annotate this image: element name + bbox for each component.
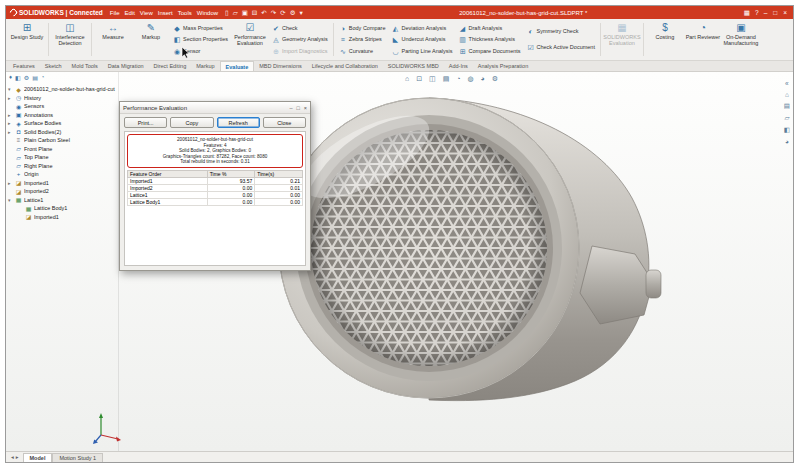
curvature-button[interactable]: ∿Curvature (337, 48, 388, 55)
table-row[interactable]: Lattice Body10.000.00 (128, 198, 303, 205)
tree-item-history[interactable]: ▸◷History (8, 94, 118, 103)
tree-item-solid-bodies-2[interactable]: ▸◘Solid Bodies(2) (8, 128, 118, 137)
save-icon[interactable]: ▣ (242, 6, 248, 19)
on-demand-manufacturing-button[interactable]: ▣On-Demand Manufacturing (723, 20, 759, 59)
undo-icon[interactable]: ↶ (261, 6, 266, 19)
table-row[interactable]: Imported20.000.01 (128, 184, 303, 191)
thickness-analysis-button[interactable]: ▥Thickness Analysis (457, 36, 523, 43)
geometry-analysis-button[interactable]: ◬Geometry Analysis (270, 36, 330, 43)
design-library-icon[interactable]: ▤ (784, 102, 790, 110)
costing-button[interactable]: $Costing (647, 20, 683, 59)
edit-appearance-icon[interactable]: ◕ (481, 75, 485, 83)
tab-features[interactable]: Features (8, 61, 40, 71)
displaymanager-tab-icon[interactable]: ◔ (41, 74, 45, 81)
tree-item-front-plane[interactable]: ▱Front Plane (8, 145, 118, 154)
check-active-document-button[interactable]: ☑Check Active Document (525, 44, 597, 51)
view-orientation-icon[interactable]: ▤ (443, 75, 450, 83)
dropdown-icon[interactable]: ▾ (299, 6, 302, 19)
compare-documents-button[interactable]: ⊞Compare Documents (457, 48, 523, 55)
hide-show-items-icon[interactable]: ◍ (467, 75, 473, 83)
tree-item-plain-carbon-steel[interactable]: ≡Plain Carbon Steel (8, 136, 118, 145)
appearances-icon[interactable]: ◕ (785, 138, 789, 145)
tree-item-imported1[interactable]: ▸◪Imported1 (8, 179, 118, 188)
help-icon[interactable]: ? (755, 9, 759, 17)
dialog-minimize-icon[interactable]: – (289, 105, 292, 111)
zebra-stripes-button[interactable]: ≡Zebra Stripes (337, 36, 388, 43)
configurations-tab-icon[interactable]: ⚙ (24, 74, 29, 81)
interference-detection-button[interactable]: ◫Interference Detection (52, 20, 88, 59)
expand-arrow-icon[interactable]: ▸ (8, 129, 13, 135)
draft-analysis-button[interactable]: ◢Draft Analysis (457, 25, 523, 32)
display-style-icon[interactable]: ◔ (456, 75, 460, 83)
expand-arrow-icon[interactable]: ▸ (8, 95, 13, 101)
tree-item-top-plane[interactable]: ▱Top Plane (8, 153, 118, 162)
copy-button[interactable]: Copy (170, 117, 213, 128)
tree-item-annotations[interactable]: ▸▣Annotations (8, 111, 118, 120)
tab-lifecycle-and-collaboration[interactable]: Lifecycle and Collaboration (307, 61, 383, 71)
tab-data-migration[interactable]: Data Migration (103, 61, 149, 71)
expand-arrow-icon[interactable]: ▸ (8, 112, 13, 118)
print-button[interactable]: Print... (124, 117, 167, 128)
tab-direct-editing[interactable]: Direct Editing (149, 61, 192, 71)
dialog-titlebar[interactable]: Performance Evaluation –□× (120, 102, 310, 114)
propertymanager-tab-icon[interactable]: ◧ (15, 74, 21, 81)
tab-evaluate[interactable]: Evaluate (220, 61, 255, 71)
zoom-area-icon[interactable]: ⊡ (416, 75, 422, 83)
maximize-button[interactable]: □ (773, 9, 777, 16)
options-icon[interactable]: ⚙ (290, 6, 296, 19)
close-button[interactable]: Close (263, 117, 306, 128)
collapse-taskpane-icon[interactable]: « (785, 80, 789, 87)
tree-item-surface-bodies[interactable]: ▸◈Surface Bodies (8, 119, 118, 128)
tab-mbd-dimensions[interactable]: MBD Dimensions (254, 61, 306, 71)
dialog-maximize-icon[interactable]: □ (296, 105, 299, 111)
markup-button[interactable]: ✎Markup (133, 20, 169, 59)
table-row[interactable]: Lattice10.000.00 (128, 191, 303, 198)
tab-mold-tools[interactable]: Mold Tools (67, 61, 103, 71)
design-study-button[interactable]: ⊞Design Study (9, 20, 45, 59)
menu-insert[interactable]: Insert (156, 10, 175, 16)
undercut-analysis-button[interactable]: ◣Undercut Analysis (390, 36, 455, 43)
tab-add-ins[interactable]: Add-Ins (444, 61, 473, 71)
check-button[interactable]: ✔Check (270, 25, 330, 32)
menu-edit[interactable]: Edit (122, 10, 136, 16)
tab-motion-study-1[interactable]: Motion Study 1 (52, 453, 103, 462)
tab-analysis-preparation[interactable]: Analysis Preparation (473, 61, 533, 71)
table-row[interactable]: Imported193.570.21 (128, 177, 303, 184)
zoom-fit-icon[interactable]: ⌂ (405, 75, 409, 83)
tab-scroll-right-icon[interactable]: ▸ (16, 454, 19, 460)
sensor-button[interactable]: ◉Sensor (171, 48, 230, 55)
new-document-icon[interactable]: ▯ (225, 6, 229, 19)
dialog-close-icon[interactable]: × (304, 105, 307, 111)
close-button[interactable]: × (783, 9, 787, 16)
tab-sketch[interactable]: Sketch (40, 61, 67, 71)
model-3d-part[interactable] (257, 77, 661, 420)
menu-window[interactable]: Window (195, 10, 220, 16)
tree-item-right-plane[interactable]: ▱Right Plane (8, 162, 118, 171)
tab-solidworks-mbd[interactable]: SOLIDWORKS MBD (383, 61, 444, 71)
featuremanager-tab-icon[interactable]: ♦ (9, 74, 12, 81)
minimize-button[interactable]: – (764, 9, 768, 16)
redo-icon[interactable]: ↷ (271, 6, 276, 19)
expand-arrow-icon[interactable]: ▾ (8, 197, 13, 203)
section-properties-button[interactable]: ◧Section Properties (171, 36, 230, 43)
menu-file[interactable]: File (108, 10, 122, 16)
performance-evaluation-button[interactable]: ☑Performance Evaluation (232, 20, 268, 59)
tree-item-sensors[interactable]: ◉Sensors (8, 102, 118, 111)
view-settings-icon[interactable]: ⚙ (492, 75, 498, 83)
symmetry-check-button[interactable]: ◐Symmetry Check (525, 28, 597, 35)
expand-arrow-icon[interactable]: ▸ (8, 120, 13, 126)
menu-tools[interactable]: Tools (176, 10, 194, 16)
expand-arrow-icon[interactable]: ▸ (8, 180, 13, 186)
tree-item-lattice-body1[interactable]: ▦Lattice Body1 (8, 204, 118, 213)
mass-properties-button[interactable]: ◆Mass Properties (171, 25, 230, 32)
tab-model[interactable]: Model (23, 453, 53, 462)
expand-arrow-icon[interactable]: ▾ (8, 86, 13, 92)
dimxpert-tab-icon[interactable]: ▤ (32, 74, 38, 81)
menu-view[interactable]: View (138, 10, 155, 16)
tree-item-20061012-no-solder-but-has-grid-cut[interactable]: ▾◆20061012_no-solder-but-has-grid-cut (8, 85, 118, 94)
resources-icon[interactable]: ⌂ (785, 91, 789, 98)
tree-item-origin[interactable]: +Origin (8, 170, 118, 179)
part-reviewer-button[interactable]: ◔Part Reviewer (685, 20, 721, 59)
tree-item-lattice1[interactable]: ▾▦Lattice1 (8, 196, 118, 205)
print-icon[interactable]: ⊟ (252, 6, 257, 19)
